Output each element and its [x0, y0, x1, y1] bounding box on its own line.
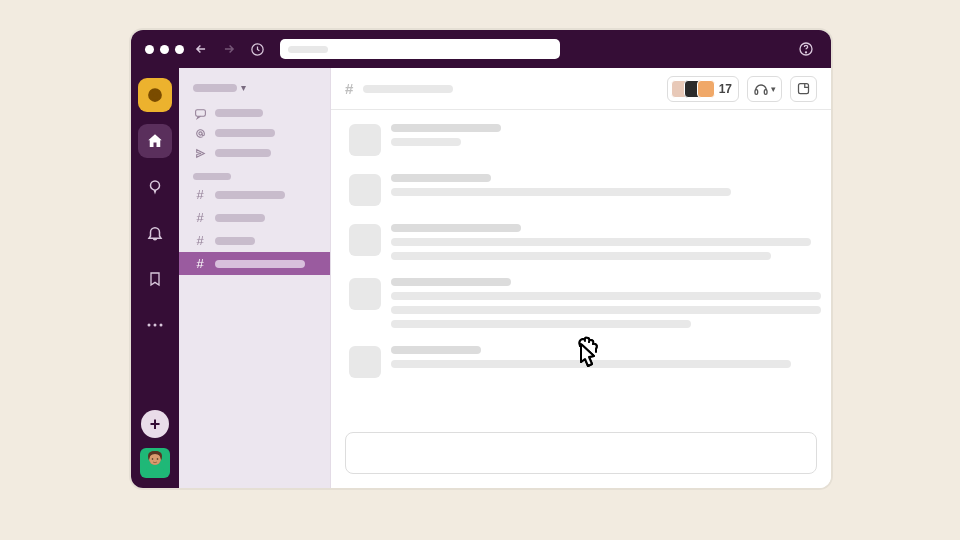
message[interactable] [349, 346, 813, 378]
svg-point-13 [157, 458, 159, 460]
channel-title[interactable] [363, 85, 453, 93]
message-composer[interactable] [345, 432, 817, 474]
sidebar-item[interactable] [179, 123, 330, 143]
channel-item[interactable]: # [179, 183, 330, 206]
member-count: 17 [719, 82, 732, 96]
titlebar [131, 30, 831, 68]
more-icon[interactable] [138, 308, 172, 342]
svg-point-5 [148, 324, 151, 327]
app-window: + ▾ #### # 17 [131, 30, 831, 488]
hash-icon: # [345, 80, 353, 97]
svg-point-7 [160, 324, 163, 327]
channel-sidebar: ▾ #### [179, 68, 331, 488]
channel-item[interactable]: # [179, 206, 330, 229]
huddle-button[interactable]: ▾ [747, 76, 782, 102]
message[interactable] [349, 278, 813, 328]
message-list [331, 110, 831, 428]
canvas-button[interactable] [790, 76, 817, 102]
svg-point-4 [153, 93, 157, 97]
channel-item[interactable]: # [179, 229, 330, 252]
message[interactable] [349, 224, 813, 260]
dms-icon[interactable] [138, 170, 172, 204]
main-content: # 17 ▾ [331, 68, 831, 488]
workspace-switcher[interactable] [138, 78, 172, 112]
create-button[interactable]: + [141, 410, 169, 438]
svg-point-12 [152, 458, 154, 460]
channels-section-header[interactable] [179, 163, 330, 183]
forward-icon[interactable] [218, 38, 240, 60]
window-controls[interactable] [145, 45, 184, 54]
home-icon[interactable] [138, 124, 172, 158]
svg-rect-17 [764, 89, 767, 94]
message-avatar [349, 278, 381, 310]
workspace-name[interactable]: ▾ [179, 78, 330, 103]
channel-header: # 17 ▾ [331, 68, 831, 110]
svg-rect-16 [755, 89, 758, 94]
saved-icon[interactable] [138, 262, 172, 296]
svg-rect-10 [146, 467, 164, 478]
member-count-button[interactable]: 17 [667, 76, 739, 102]
message-avatar [349, 346, 381, 378]
back-icon[interactable] [190, 38, 212, 60]
sidebar-item[interactable] [179, 103, 330, 123]
history-icon[interactable] [246, 38, 268, 60]
help-icon[interactable] [795, 38, 817, 60]
search-input[interactable] [280, 39, 560, 59]
svg-rect-18 [799, 84, 809, 94]
message-avatar [349, 224, 381, 256]
message-avatar [349, 174, 381, 206]
sidebar-item[interactable] [179, 143, 330, 163]
member-avatar [697, 80, 715, 98]
activity-icon[interactable] [138, 216, 172, 250]
svg-point-2 [805, 52, 806, 53]
user-avatar[interactable] [140, 448, 170, 478]
message-avatar [349, 124, 381, 156]
message[interactable] [349, 174, 813, 206]
channel-item[interactable]: # [179, 252, 330, 275]
workspace-rail: + [131, 68, 179, 488]
message[interactable] [349, 124, 813, 156]
svg-rect-14 [195, 109, 205, 116]
svg-point-6 [154, 324, 157, 327]
